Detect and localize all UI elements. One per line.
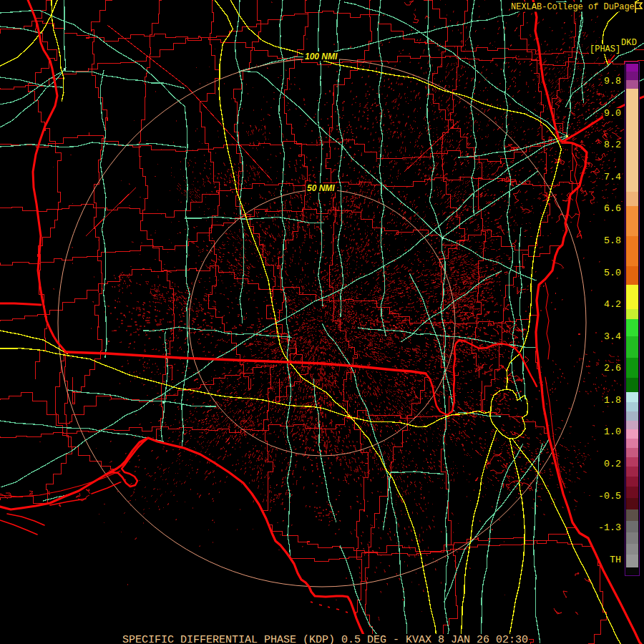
svg-text:NEXLAB-College of DuPage: NEXLAB-College of DuPage <box>511 2 635 12</box>
svg-text:SPECIFIC DIFFERENTIAL PHASE (K: SPECIFIC DIFFERENTIAL PHASE (KDP) 0.5 DE… <box>122 634 528 644</box>
svg-text:0.2: 0.2 <box>604 459 621 469</box>
svg-text:5.0: 5.0 <box>604 268 621 278</box>
svg-text:7.4: 7.4 <box>604 172 621 182</box>
svg-text:1.8: 1.8 <box>604 395 621 406</box>
svg-text:9.8: 9.8 <box>604 76 621 87</box>
svg-text:[PHAS]: [PHAS] <box>590 44 620 54</box>
svg-text:50 NMI: 50 NMI <box>307 183 335 193</box>
svg-text:5.8: 5.8 <box>604 235 621 246</box>
svg-text:1.0: 1.0 <box>604 426 621 437</box>
svg-text:4.2: 4.2 <box>604 299 621 310</box>
svg-text:8.2: 8.2 <box>604 140 621 150</box>
svg-text:3.4: 3.4 <box>604 331 621 342</box>
svg-text:DKD: DKD <box>621 38 637 48</box>
svg-text:2.6: 2.6 <box>604 363 621 374</box>
svg-text:-0.5: -0.5 <box>598 491 621 502</box>
svg-text:TH: TH <box>610 555 621 565</box>
svg-text:6.6: 6.6 <box>604 203 621 214</box>
svg-text:100 NMI: 100 NMI <box>305 52 338 62</box>
svg-text:9.0: 9.0 <box>604 108 621 119</box>
svg-text:-1.3: -1.3 <box>598 522 621 533</box>
